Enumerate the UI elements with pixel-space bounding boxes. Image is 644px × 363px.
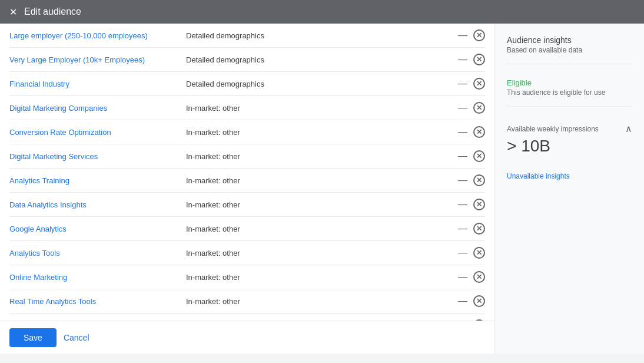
audience-category: In-market: other [186, 128, 457, 137]
row-actions: — ✕ [457, 126, 485, 138]
audience-insights-title: Audience insights [507, 35, 632, 45]
remove-button[interactable]: ✕ [473, 102, 485, 114]
unavailable-insights-link[interactable]: Unavailable insights [507, 172, 632, 180]
audience-name[interactable]: Large employer (250-10,000 employees) [9, 31, 186, 40]
exclude-button[interactable]: — [457, 54, 469, 65]
eligible-desc: This audience is eligible for use [507, 88, 632, 97]
remove-button[interactable]: ✕ [473, 271, 485, 283]
remove-button[interactable]: ✕ [473, 126, 485, 138]
audience-category: Detailed demographics [186, 31, 457, 40]
left-panel: Large employer (250-10,000 employees) De… [0, 24, 494, 354]
exclude-button[interactable]: — [457, 296, 469, 306]
dialog-header: ✕ Edit audience [0, 0, 644, 24]
row-actions: — ✕ [457, 174, 485, 186]
audience-category: In-market: other [186, 297, 457, 306]
table-row: Conversion Rate Optimization In-market: … [9, 120, 485, 144]
audience-name[interactable]: Online Marketing [9, 273, 186, 282]
exclude-button[interactable]: — [457, 127, 469, 137]
audience-category: In-market: other [186, 200, 457, 209]
exclude-button[interactable]: — [457, 151, 469, 161]
impressions-section: Available weekly impressions ∧ > 10B [507, 123, 632, 156]
audience-category: In-market: other [186, 152, 457, 161]
remove-button[interactable]: ✕ [473, 174, 485, 186]
exclude-button[interactable]: — [457, 103, 469, 113]
remove-button[interactable]: ✕ [473, 150, 485, 162]
audience-category: Detailed demographics [186, 80, 457, 88]
eligible-section: Eligible This audience is eligible for u… [507, 78, 632, 97]
audience-name[interactable]: Analytics Tools [9, 249, 186, 258]
eligible-label: Eligible [507, 78, 632, 87]
audience-name[interactable]: Digital Marketing Companies [9, 104, 186, 113]
cancel-button[interactable]: Cancel [64, 333, 89, 342]
main-container: Large employer (250-10,000 employees) De… [0, 24, 644, 354]
audience-name[interactable]: Data Analytics Insights [9, 200, 186, 209]
close-icon[interactable]: ✕ [9, 6, 17, 18]
remove-button[interactable]: ✕ [473, 29, 485, 41]
row-actions: — ✕ [457, 102, 485, 114]
table-row: Digital Marketing Companies In-market: o… [9, 96, 485, 120]
remove-button[interactable]: ✕ [473, 54, 485, 65]
audience-name[interactable]: Analytics Training [9, 176, 186, 185]
row-actions: — ✕ [457, 247, 485, 259]
table-row: Online Marketing In-market: other — ✕ [9, 265, 485, 289]
table-row: Clickfunnels Software In-market: other —… [9, 314, 485, 321]
chevron-up-icon[interactable]: ∧ [625, 123, 632, 134]
row-actions: — ✕ [457, 271, 485, 283]
audience-category: In-market: other [186, 104, 457, 113]
exclude-button[interactable]: — [457, 175, 469, 186]
table-row: Analytics Tools In-market: other — ✕ [9, 241, 485, 265]
audience-insights-subtitle: Based on available data [507, 46, 632, 54]
remove-button[interactable]: ✕ [473, 295, 485, 307]
exclude-button[interactable]: — [457, 248, 469, 258]
exclude-button[interactable]: — [457, 272, 469, 282]
row-actions: — ✕ [457, 199, 485, 210]
table-row: Digital Marketing Services In-market: ot… [9, 144, 485, 169]
dialog-title: Edit audience [24, 6, 81, 17]
table-row: Large employer (250-10,000 employees) De… [9, 24, 485, 48]
table-row: Data Analytics Insights In-market: other… [9, 193, 485, 217]
row-actions: — ✕ [457, 29, 485, 41]
audience-category: In-market: other [186, 176, 457, 185]
remove-button[interactable]: ✕ [473, 223, 485, 235]
audience-category: Detailed demographics [186, 55, 457, 64]
remove-button[interactable]: ✕ [473, 199, 485, 210]
divider2 [507, 106, 632, 107]
table-row: Google Analytics In-market: other — ✕ [9, 217, 485, 241]
exclude-button[interactable]: — [457, 223, 469, 234]
audience-name[interactable]: Digital Marketing Services [9, 152, 186, 161]
row-actions: — ✕ [457, 295, 485, 307]
table-row: Real Time Analytics Tools In-market: oth… [9, 289, 485, 314]
audience-name[interactable]: Real Time Analytics Tools [9, 297, 186, 306]
audience-category: In-market: other [186, 225, 457, 233]
exclude-button[interactable]: — [457, 199, 469, 210]
table-row: Analytics Training In-market: other — ✕ [9, 169, 485, 193]
table-row: Financial Industry Detailed demographics… [9, 72, 485, 96]
table-row: Very Large Employer (10k+ Employees) Det… [9, 48, 485, 72]
bottom-bar: Save Cancel [0, 321, 494, 354]
audience-name[interactable]: Conversion Rate Optimization [9, 128, 186, 137]
divider [507, 64, 632, 64]
audience-category: In-market: other [186, 249, 457, 258]
impressions-value: > 10B [507, 137, 632, 156]
audience-name[interactable]: Financial Industry [9, 80, 186, 88]
audience-name[interactable]: Google Analytics [9, 225, 186, 233]
row-actions: — ✕ [457, 223, 485, 235]
audience-category: In-market: other [186, 273, 457, 282]
table-container: Large employer (250-10,000 employees) De… [0, 24, 494, 321]
impressions-header: Available weekly impressions ∧ [507, 123, 632, 134]
row-actions: — ✕ [457, 78, 485, 90]
exclude-button[interactable]: — [457, 78, 469, 89]
impressions-label: Available weekly impressions [507, 125, 599, 133]
row-actions: — ✕ [457, 54, 485, 65]
remove-button[interactable]: ✕ [473, 247, 485, 259]
audience-name[interactable]: Very Large Employer (10k+ Employees) [9, 55, 186, 64]
row-actions: — ✕ [457, 150, 485, 162]
remove-button[interactable]: ✕ [473, 78, 485, 90]
right-panel: Audience insights Based on available dat… [494, 24, 644, 354]
save-button[interactable]: Save [9, 328, 57, 347]
exclude-button[interactable]: — [457, 30, 469, 41]
audience-insights-section: Audience insights Based on available dat… [507, 35, 632, 54]
